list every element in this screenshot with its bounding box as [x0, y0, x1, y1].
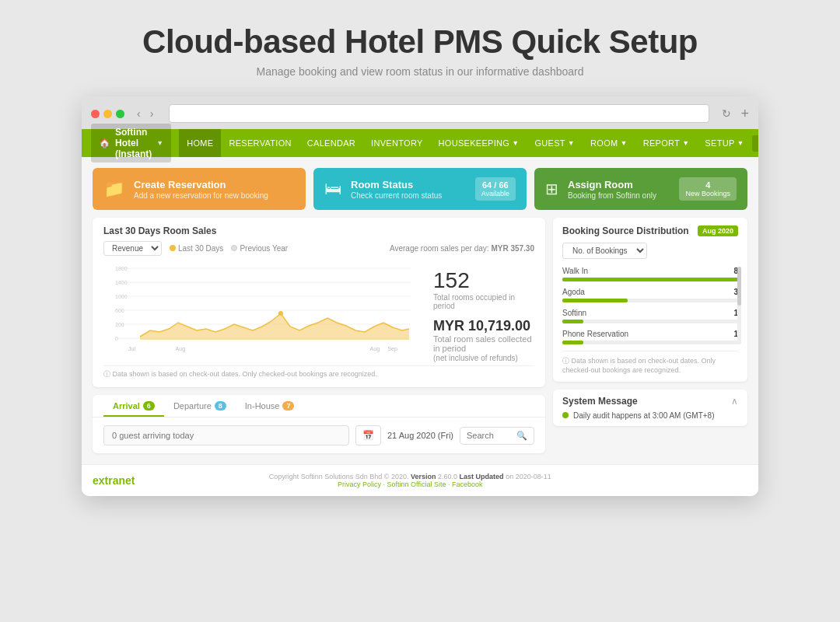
- app-footer: extranet Copyright Softinn Solutions Sdn…: [82, 464, 758, 496]
- chart-footer: ⓘ Data shown is based on check-out dates…: [103, 365, 534, 383]
- navbar-user[interactable]: 👤 joshua@mysoftinn.com ▼: [752, 135, 758, 152]
- chart-svg: 1800 1400 1000 600 200 0: [103, 260, 422, 346]
- new-bookings-count: 4: [705, 180, 710, 190]
- bs-bar-agoda: [562, 299, 628, 302]
- navbar-brand[interactable]: 🏠 Softinn Hotel (Instant) ▼: [91, 124, 171, 162]
- url-bar[interactable]: [169, 104, 709, 123]
- date-display: 21 Aug 2020 (Fri): [387, 431, 453, 440]
- nav-housekeeping[interactable]: HOUSEKEEPING ▼: [431, 129, 527, 157]
- footer-last-updated-label: Last Updated: [460, 473, 504, 480]
- assign-room-card[interactable]: ⊞ Assign Room Booking from Softinn only …: [534, 168, 747, 210]
- scrollbar-track: [737, 267, 741, 344]
- booking-source-card: Booking Source Distribution Aug 2020 No.…: [553, 218, 747, 382]
- nav-calendar[interactable]: CALENDAR: [299, 129, 363, 157]
- housekeeping-caret-icon: ▼: [512, 139, 519, 147]
- footer-official-site-link[interactable]: Softinn Official Site: [387, 480, 446, 488]
- date-picker-button[interactable]: 📅: [355, 425, 381, 446]
- footer-copyright: Copyright Softinn Solutions Sdn Bhd © 20…: [269, 473, 551, 488]
- close-dot[interactable]: [91, 110, 100, 118]
- bed-icon: 🛏: [324, 179, 341, 199]
- brand-chevron-icon: ▼: [156, 139, 163, 147]
- home-icon: 🏠: [99, 138, 110, 149]
- bs-source-softinn: Softinn: [562, 309, 586, 317]
- assign-room-title: Assign Room: [568, 179, 656, 190]
- fullscreen-dot[interactable]: [116, 110, 124, 118]
- right-panel: Booking Source Distribution Aug 2020 No.…: [553, 218, 747, 453]
- status-dot-green: [562, 412, 569, 418]
- tab-departure[interactable]: Departure 8: [164, 395, 236, 417]
- nav-setup[interactable]: SETUP ▼: [697, 129, 751, 157]
- chart-stats: 152 Total rooms occupied in period MYR 1…: [433, 260, 534, 362]
- system-message-title: System Message: [562, 396, 638, 407]
- rooms-occupied-stat: 152: [433, 268, 534, 293]
- nav-reservation[interactable]: RESERVATION: [221, 129, 299, 157]
- room-status-title: Room Status: [351, 179, 442, 190]
- footer-copyright-text: Copyright Softinn Solutions Sdn Bhd © 20…: [269, 473, 409, 480]
- navbar-menu: HOME RESERVATION CALENDAR INVENTORY HOUS…: [179, 129, 752, 157]
- footer-facebook-link[interactable]: Facebook: [452, 480, 483, 488]
- booking-source-footer: ⓘ Data shown is based on check-out dates…: [562, 351, 738, 374]
- system-message-card: System Message ∧ Daily audit happens at …: [553, 390, 747, 426]
- chart-svg-area: 1800 1400 1000 600 200 0: [103, 260, 422, 362]
- arrival-card: Arrival 6 Departure 8 In-House 7: [93, 395, 545, 453]
- bs-bar-walkin: [562, 278, 738, 281]
- footer-last-updated: on 2020-08-11: [506, 473, 551, 480]
- svg-marker-12: [140, 313, 409, 340]
- room-caret-icon: ▼: [620, 139, 627, 147]
- tab-arrival-label: Arrival: [113, 401, 140, 411]
- nav-guest[interactable]: GUEST ▼: [527, 129, 583, 157]
- tab-departure-label: Departure: [173, 401, 212, 411]
- guest-caret-icon: ▼: [568, 139, 575, 147]
- minimize-dot[interactable]: [103, 110, 112, 118]
- room-status-badge: 64 / 66 Available: [475, 177, 516, 201]
- arrival-search-row: 📅 21 Aug 2020 (Fri) 🔍: [93, 418, 545, 453]
- booking-source-header: Booking Source Distribution Aug 2020: [562, 225, 738, 236]
- scrollbar-thumb[interactable]: [737, 267, 741, 306]
- rooms-occupied-label: Total rooms occupied in period: [433, 293, 534, 310]
- chart-legend: Last 30 Days Previous Year: [170, 244, 288, 253]
- bs-source-phone: Phone Reservation: [562, 330, 628, 338]
- room-sales-card: Last 30 Days Room Sales Revenue Last 30 …: [93, 218, 545, 387]
- room-status-card[interactable]: 🛏 Room Status Check current room status …: [313, 168, 527, 210]
- booking-source-title: Booking Source Distribution: [562, 225, 689, 236]
- forward-button[interactable]: ›: [147, 106, 157, 121]
- nav-home[interactable]: HOME: [179, 129, 221, 157]
- tab-inhouse-label: In-House: [245, 401, 280, 411]
- arrival-input[interactable]: [103, 425, 349, 446]
- quick-actions: 📁 Create Reservation Add a new reservati…: [82, 157, 758, 218]
- chart-filter-select[interactable]: Revenue: [103, 241, 162, 256]
- tab-inhouse[interactable]: In-House 7: [236, 395, 304, 417]
- system-message-text: Daily audit happens at 3:00 AM (GMT+8): [573, 411, 714, 420]
- setup-caret-icon: ▼: [737, 139, 744, 147]
- footer-version: 2.60.0: [438, 473, 457, 480]
- create-reservation-card[interactable]: 📁 Create Reservation Add a new reservati…: [93, 168, 306, 210]
- footer-privacy-link[interactable]: Privacy Policy: [338, 480, 381, 488]
- system-message-toggle[interactable]: ∧: [731, 396, 738, 407]
- revenue-label: Total room sales collected in period: [433, 334, 534, 353]
- tab-arrival[interactable]: Arrival 6: [103, 395, 164, 417]
- booking-source-filter[interactable]: No. of Bookings: [562, 243, 647, 259]
- booking-source-filter-row: No. of Bookings: [562, 243, 738, 259]
- back-button[interactable]: ‹: [134, 106, 144, 121]
- svg-text:200: 200: [115, 322, 124, 327]
- search-input[interactable]: [467, 431, 513, 440]
- nav-room[interactable]: ROOM ▼: [583, 129, 635, 157]
- legend-prev: Previous Year: [240, 244, 288, 253]
- page-title: Cloud-based Hotel PMS Quick Setup: [142, 23, 698, 61]
- chart-avg-label: Average room sales per day: MYR 357.30: [390, 244, 534, 253]
- bs-source-agoda: Agoda: [562, 288, 585, 296]
- svg-text:600: 600: [115, 308, 124, 313]
- bs-item-agoda: Agoda 3: [562, 288, 738, 302]
- nav-inventory[interactable]: INVENTORY: [363, 129, 430, 157]
- nav-report[interactable]: REPORT ▼: [635, 129, 698, 157]
- footer-brand-prefix: extra: [93, 474, 118, 487]
- refresh-icon[interactable]: ↻: [722, 107, 731, 120]
- bs-item-phone: Phone Reservation 1: [562, 330, 738, 344]
- page-subtitle: Manage booking and view room status in o…: [142, 65, 698, 78]
- new-tab-button[interactable]: +: [740, 106, 749, 122]
- revenue-stat: MYR 10,719.00: [433, 318, 534, 334]
- aug-badge: Aug 2020: [698, 225, 738, 236]
- assign-room-badge: 4 New Bookings: [679, 177, 737, 201]
- page-header: Cloud-based Hotel PMS Quick Setup Manage…: [142, 23, 698, 78]
- departure-badge: 8: [215, 401, 226, 411]
